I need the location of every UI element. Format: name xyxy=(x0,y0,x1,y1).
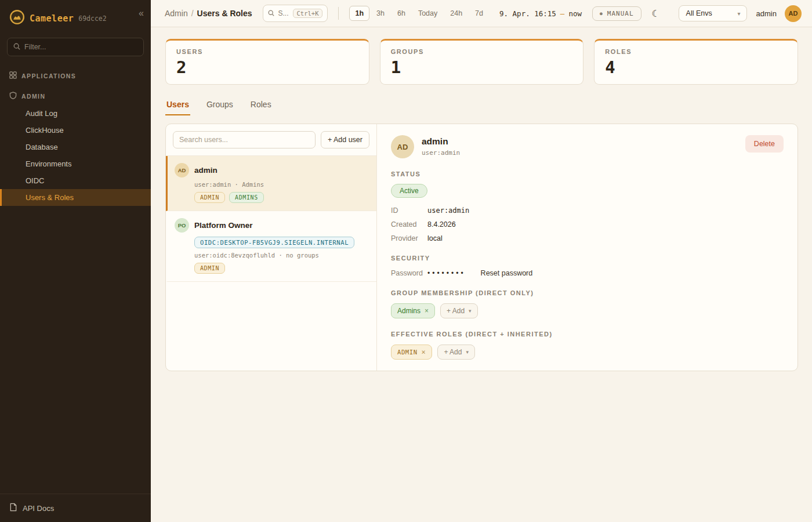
range-3h[interactable]: 3h xyxy=(371,6,390,21)
chevron-down-icon: ▾ xyxy=(738,10,741,17)
breadcrumb: Admin / Users & Roles xyxy=(165,9,252,18)
field-value-created: 8.4.2026 xyxy=(427,220,784,229)
user-list-toolbar: + Add user xyxy=(166,124,376,156)
remove-icon[interactable]: × xyxy=(422,348,426,356)
global-search[interactable]: S... Ctrl+K xyxy=(263,5,328,22)
role-chip-admin: ADMIN × xyxy=(391,345,432,360)
add-user-button[interactable]: + Add user xyxy=(321,131,369,148)
dark-mode-toggle[interactable]: ☾ xyxy=(647,6,665,21)
group-chip-label: Admins xyxy=(397,307,420,315)
chevron-down-icon: ▾ xyxy=(469,308,472,314)
add-group-label: + Add xyxy=(447,307,465,315)
sidebar-item-users-roles[interactable]: Users & Roles xyxy=(0,189,151,206)
range-6h[interactable]: 6h xyxy=(392,6,411,21)
environment-select[interactable]: All Envs ▾ xyxy=(679,5,747,21)
stat-cards: USERS 2 GROUPS 1 ROLES 4 xyxy=(165,39,798,85)
detail-header: AD admin user:admin Delete xyxy=(391,135,784,158)
users-panel: + Add user AD admin user:admin · Admins … xyxy=(165,124,798,371)
section-effective-roles: EFFECTIVE ROLES (DIRECT + INHERITED) xyxy=(391,331,784,338)
user-list-item-platform-owner[interactable]: PO Platform Owner OIDC:DESKTOP-FB5VGJ9.S… xyxy=(166,211,376,282)
sidebar-item-oidc[interactable]: OIDC xyxy=(0,172,151,189)
add-role-label: + Add xyxy=(444,348,462,356)
sidebar: Cameleer 69dcce2 « APPLICATIONS xyxy=(0,0,151,522)
time-to: now xyxy=(568,9,582,18)
sidebar-section-admin[interactable]: ADMIN xyxy=(0,85,151,105)
breadcrumb-separator: / xyxy=(191,9,194,18)
section-group-membership: GROUP MEMBERSHIP (DIRECT ONLY) xyxy=(391,289,784,296)
role-badge: ADMIN xyxy=(194,192,225,203)
time-display[interactable]: 9. Apr. 16:15 — now xyxy=(499,9,582,18)
sidebar-filter[interactable] xyxy=(7,38,144,56)
user-detail-panel: AD admin user:admin Delete STATUS Active… xyxy=(377,124,798,371)
oidc-badge-row: OIDC:DESKTOP-FB5VGJ9.SIEGELN.INTERNAL xyxy=(194,237,368,248)
password-mask: •••••••• xyxy=(427,269,466,277)
user-list-item-admin[interactable]: AD admin user:admin · Admins ADMIN ADMIN… xyxy=(166,156,376,211)
user-name: admin xyxy=(194,166,217,175)
stat-label: GROUPS xyxy=(391,48,573,55)
sidebar-item-environments[interactable]: Environments xyxy=(0,155,151,172)
refresh-mode-button[interactable]: ● MANUAL xyxy=(592,6,641,21)
group-chips: Admins × + Add ▾ xyxy=(391,303,784,318)
tab-groups[interactable]: Groups xyxy=(205,96,234,115)
user-meta: user:admin · Admins xyxy=(194,181,368,188)
breadcrumb-current: Users & Roles xyxy=(197,9,252,18)
page-content: USERS 2 GROUPS 1 ROLES 4 Users Groups Ro… xyxy=(151,27,812,371)
section-status: STATUS xyxy=(391,171,784,177)
search-icon xyxy=(13,42,20,52)
user-list-column: + Add user AD admin user:admin · Admins … xyxy=(166,124,377,371)
detail-fields: ID user:admin Created 8.4.2026 Provider … xyxy=(391,206,784,242)
field-value-provider: local xyxy=(427,234,784,242)
api-docs-link[interactable]: API Docs xyxy=(0,494,151,522)
document-icon xyxy=(9,503,17,513)
sidebar-nav: Audit Log ClickHouse Database Environmen… xyxy=(0,105,151,206)
delete-user-button[interactable]: Delete xyxy=(745,135,784,153)
password-label: Password xyxy=(391,269,427,277)
sidebar-filter-input[interactable] xyxy=(24,43,137,51)
top-bar: Admin / Users & Roles S... Ctrl+K 1h 3h … xyxy=(151,0,812,27)
stat-value: 1 xyxy=(391,57,573,77)
stat-value: 2 xyxy=(176,57,358,77)
remove-icon[interactable]: × xyxy=(425,307,429,315)
range-7d[interactable]: 7d xyxy=(469,6,489,21)
sidebar-item-clickhouse[interactable]: ClickHouse xyxy=(0,122,151,139)
build-id: 69dcce2 xyxy=(78,14,106,23)
user-avatar[interactable]: AD xyxy=(785,5,802,22)
current-user-name: admin xyxy=(756,9,777,18)
time-range-bar: 1h 3h 6h Today 24h 7d xyxy=(349,6,489,21)
time-from: 9. Apr. 16:15 xyxy=(499,9,556,18)
avatar: AD xyxy=(175,163,189,177)
range-24h[interactable]: 24h xyxy=(444,6,468,21)
field-label: ID xyxy=(391,206,427,215)
add-group-button[interactable]: + Add ▾ xyxy=(440,303,478,318)
section-security: SECURITY xyxy=(391,255,784,262)
refresh-mode-label: MANUAL xyxy=(607,10,634,17)
tab-bar: Users Groups Roles xyxy=(165,96,798,115)
reset-password-link[interactable]: Reset password xyxy=(481,269,533,277)
user-meta: user:oidc:8evzqofluhld · no groups xyxy=(194,252,368,259)
breadcrumb-admin[interactable]: Admin xyxy=(165,9,188,18)
environment-value: All Envs xyxy=(686,9,712,17)
role-badge: ADMIN xyxy=(194,263,225,274)
sidebar-item-database[interactable]: Database xyxy=(0,139,151,155)
range-1h[interactable]: 1h xyxy=(349,6,369,21)
divider xyxy=(338,7,339,20)
user-badges: ADMIN xyxy=(194,263,368,274)
stat-card-groups: GROUPS 1 xyxy=(380,39,584,85)
tab-roles[interactable]: Roles xyxy=(249,96,273,115)
search-users-input[interactable] xyxy=(173,131,316,148)
avatar: PO xyxy=(175,218,189,233)
sidebar-section-applications[interactable]: APPLICATIONS xyxy=(0,64,151,85)
app-root: Cameleer 69dcce2 « APPLICATIONS xyxy=(0,0,812,522)
password-row: Password •••••••• Reset password xyxy=(391,269,784,277)
tab-users[interactable]: Users xyxy=(165,96,190,115)
brand-name: Cameleer xyxy=(30,13,74,24)
brand-header: Cameleer 69dcce2 « xyxy=(0,0,151,35)
role-chip-label: ADMIN xyxy=(397,349,418,356)
range-today[interactable]: Today xyxy=(412,6,443,21)
stat-card-roles: ROLES 4 xyxy=(594,39,798,85)
sidebar-item-audit-log[interactable]: Audit Log xyxy=(0,105,151,122)
add-role-button[interactable]: + Add ▾ xyxy=(437,345,475,360)
collapse-sidebar-icon[interactable]: « xyxy=(139,8,144,19)
moon-icon: ☾ xyxy=(652,9,660,19)
stat-label: USERS xyxy=(176,48,358,55)
